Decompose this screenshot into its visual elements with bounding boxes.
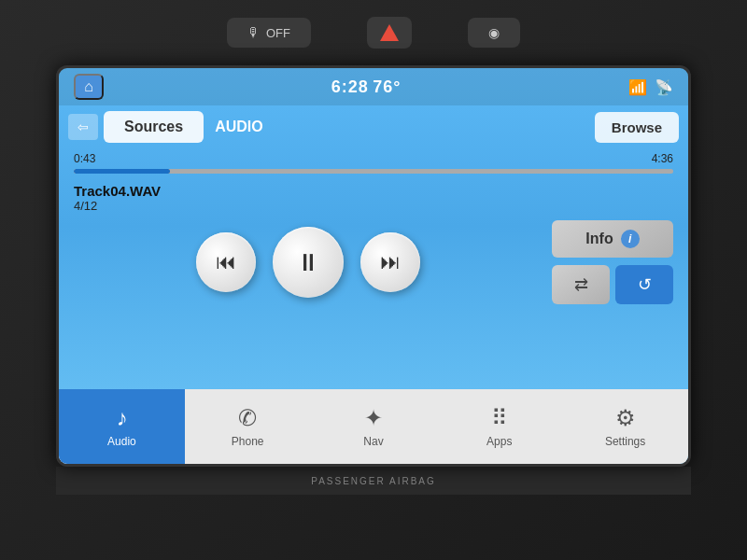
pause-button[interactable]: ⏸: [273, 227, 344, 298]
assist-button[interactable]: ◉: [468, 18, 520, 48]
back-button[interactable]: ⇦: [68, 114, 98, 140]
track-info: Track04.WAV 4/12: [59, 175, 688, 217]
info-button[interactable]: Info i: [552, 220, 673, 258]
total-time: 4:36: [652, 152, 673, 165]
browse-label: Browse: [612, 119, 662, 135]
apps-nav-label: Apps: [486, 435, 512, 448]
progress-bar[interactable]: [74, 169, 673, 174]
audio-label: AUDIO: [215, 119, 589, 135]
signal-icon: 📡: [655, 78, 673, 96]
home-button[interactable]: ⌂: [74, 74, 104, 100]
hazard-button[interactable]: [367, 17, 412, 49]
top-buttons: 🎙 OFF ◉: [227, 17, 520, 49]
info-label: Info: [585, 231, 613, 247]
status-icons: 📶 📡: [628, 78, 673, 96]
track-name: Track04.WAV: [74, 183, 673, 199]
track-position: 4/12: [74, 199, 673, 213]
previous-button[interactable]: ⏮: [196, 232, 256, 292]
right-controls: Info i ⇄ ↺: [552, 220, 673, 304]
progress-times: 0:43 4:36: [74, 152, 673, 165]
browse-button[interactable]: Browse: [595, 112, 679, 143]
previous-icon: ⏮: [216, 250, 236, 274]
nav-audio[interactable]: ♪ Audio: [59, 389, 185, 464]
voice-off-button[interactable]: 🎙 OFF: [227, 18, 311, 48]
phone-nav-icon: ✆: [238, 405, 257, 431]
main-content: ⏮ ⏸ ⏭ Info i ⇄ ↺: [59, 217, 688, 308]
sources-button[interactable]: Sources: [104, 111, 204, 143]
nav-apps[interactable]: ⠿ Apps: [436, 389, 562, 464]
audio-nav-icon: ♪: [116, 405, 127, 431]
nav-nav-label: Nav: [363, 435, 383, 448]
settings-nav-label: Settings: [605, 435, 645, 448]
status-time-temp: 6:28 76°: [331, 77, 402, 97]
car-frame: 🎙 OFF ◉ ⌂ 6:28 76° 📶 📡: [0, 0, 747, 560]
nav-settings[interactable]: ⚙ Settings: [562, 389, 688, 464]
current-time: 0:43: [74, 152, 95, 165]
main-screen: ⌂ 6:28 76° 📶 📡 ⇦ Sources AUDIO Browse: [56, 65, 691, 467]
bottom-strip: PASSENGER AIRBAG: [56, 467, 691, 495]
usb-icon: ⇦: [78, 119, 89, 134]
phone-nav-label: Phone: [232, 435, 264, 448]
status-bar: ⌂ 6:28 76° 📶 📡: [59, 68, 688, 105]
microphone-icon: 🎙: [247, 25, 261, 40]
next-button[interactable]: ⏭: [360, 232, 420, 292]
nav-nav-icon: ✦: [364, 405, 383, 431]
apps-nav-icon: ⠿: [491, 405, 508, 431]
bottom-nav: ♪ Audio ✆ Phone ✦ Nav ⠿ Apps ⚙ Settings: [59, 389, 688, 464]
nav-phone[interactable]: ✆ Phone: [185, 389, 311, 464]
shuffle-repeat-controls: ⇄ ↺: [552, 265, 673, 304]
next-icon: ⏭: [380, 250, 401, 274]
shuffle-icon: ⇄: [574, 275, 588, 294]
nav-bar: ⇦ Sources AUDIO Browse: [59, 105, 688, 148]
clock: 6:28: [331, 77, 369, 96]
sources-label: Sources: [124, 119, 183, 134]
progress-fill: [74, 169, 170, 174]
temperature: 76°: [373, 77, 401, 96]
pause-icon: ⏸: [296, 248, 320, 277]
home-icon: ⌂: [84, 78, 93, 95]
wifi-icon: 📶: [628, 78, 647, 96]
airbag-text: PASSENGER AIRBAG: [311, 476, 436, 486]
settings-nav-icon: ⚙: [615, 405, 636, 431]
progress-area: 0:43 4:36: [59, 148, 688, 175]
hazard-triangle-icon: [380, 24, 399, 41]
shuffle-button[interactable]: ⇄: [552, 265, 610, 304]
audio-nav-label: Audio: [107, 435, 136, 448]
repeat-icon: ↺: [638, 275, 652, 294]
repeat-button[interactable]: ↺: [615, 265, 673, 304]
assist-icon: ◉: [488, 25, 500, 40]
info-circle-icon: i: [621, 230, 640, 248]
playback-controls: ⏮ ⏸ ⏭: [74, 227, 543, 298]
nav-navigation[interactable]: ✦ Nav: [311, 389, 437, 464]
